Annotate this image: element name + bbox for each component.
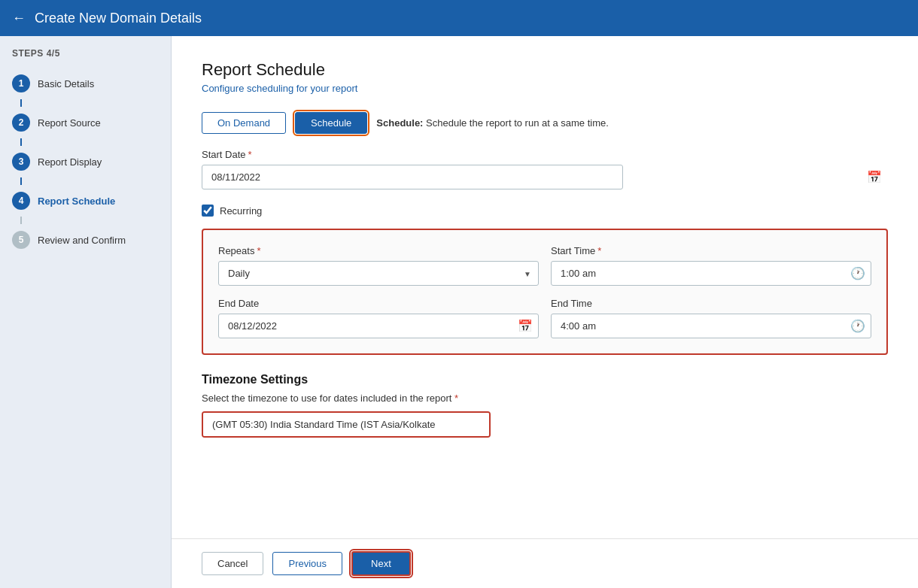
connector-2	[20, 138, 22, 146]
start-date-input[interactable]	[202, 165, 623, 189]
end-date-field: End Date 📅	[218, 298, 539, 338]
recurring-grid: Repeats * Daily Start Time	[218, 245, 871, 338]
end-date-input[interactable]	[218, 314, 539, 338]
recurring-label[interactable]: Recurring	[220, 205, 262, 217]
step-3-circle: 3	[12, 153, 30, 171]
timezone-subtitle: Select the timezone to use for dates inc…	[202, 393, 888, 404]
repeats-select[interactable]: Daily	[218, 261, 539, 286]
timezone-section: Timezone Settings Select the timezone to…	[202, 373, 888, 438]
timezone-input-wrapper	[202, 411, 491, 438]
recurring-settings-box: Repeats * Daily Start Time	[202, 229, 888, 355]
end-time-clock-icon[interactable]: 🕐	[850, 319, 865, 333]
previous-button[interactable]: Previous	[272, 552, 342, 575]
sidebar-item-review-confirm[interactable]: 5 Review and Confirm	[0, 224, 171, 256]
step-2-circle: 2	[12, 114, 30, 132]
repeats-label: Repeats *	[218, 245, 539, 256]
end-time-input-wrapper: 🕐	[551, 314, 871, 338]
timezone-required: *	[454, 393, 458, 404]
main-content: Report Schedule Configure scheduling for…	[172, 36, 918, 588]
end-date-calendar-icon[interactable]: 📅	[518, 319, 533, 333]
schedule-button[interactable]: Schedule	[295, 112, 367, 134]
connector-1	[20, 99, 22, 107]
start-date-calendar-icon[interactable]: 📅	[867, 170, 882, 184]
mode-description: Schedule: Schedule the report to run at …	[376, 117, 609, 129]
recurring-checkbox[interactable]	[202, 205, 214, 217]
footer-area: Cancel Previous Next	[172, 538, 918, 588]
start-time-input-wrapper: 🕐	[551, 261, 871, 286]
end-time-field: End Time 🕐	[551, 298, 871, 338]
step-1-circle: 1	[12, 74, 30, 92]
step-5-label: Review and Confirm	[38, 235, 126, 246]
step-5-circle: 5	[12, 231, 30, 249]
timezone-input[interactable]	[203, 413, 489, 436]
start-date-group: Start Date * 📅	[202, 149, 888, 189]
step-3-label: Report Display	[38, 156, 102, 168]
step-1-label: Basic Details	[38, 78, 94, 89]
step-4-label: Report Schedule	[38, 195, 115, 207]
recurring-row: Recurring	[202, 205, 888, 217]
connector-4	[20, 217, 22, 224]
page-subtitle: Configure scheduling for your report	[202, 83, 888, 94]
cancel-button[interactable]: Cancel	[202, 552, 263, 575]
app-header: ← Create New Domain Details	[0, 0, 918, 36]
end-time-label: End Time	[551, 298, 871, 309]
steps-label: STEPS 4/5	[0, 48, 171, 68]
start-time-input[interactable]	[551, 261, 871, 286]
start-date-required: *	[248, 149, 252, 160]
sidebar: STEPS 4/5 1 Basic Details 2 Report Sourc…	[0, 36, 172, 588]
repeats-field: Repeats * Daily	[218, 245, 539, 286]
repeats-required: *	[257, 245, 260, 256]
start-date-label: Start Date *	[202, 149, 888, 160]
start-time-required: *	[597, 245, 601, 256]
connector-3	[20, 177, 22, 185]
header-title: Create New Domain Details	[35, 11, 202, 26]
back-button[interactable]: ←	[12, 11, 26, 26]
start-date-input-wrapper: 📅	[202, 165, 888, 189]
content-area: Report Schedule Configure scheduling for…	[172, 36, 918, 538]
mode-buttons-row: On Demand Schedule Schedule: Schedule th…	[202, 112, 888, 134]
end-time-input[interactable]	[551, 314, 871, 338]
timezone-section-title: Timezone Settings	[202, 373, 888, 386]
start-time-label: Start Time *	[551, 245, 871, 256]
next-button[interactable]: Next	[351, 551, 411, 576]
step-2-label: Report Source	[38, 117, 101, 129]
start-time-clock-icon[interactable]: 🕐	[850, 266, 865, 280]
repeats-select-wrapper: Daily	[218, 261, 539, 286]
end-date-input-wrapper: 📅	[218, 314, 539, 338]
page-title: Report Schedule	[202, 60, 888, 80]
sidebar-item-basic-details[interactable]: 1 Basic Details	[0, 68, 171, 99]
sidebar-item-report-schedule[interactable]: 4 Report Schedule	[0, 185, 171, 217]
step-4-circle: 4	[12, 192, 30, 210]
start-time-field: Start Time * 🕐	[551, 245, 871, 286]
main-layout: STEPS 4/5 1 Basic Details 2 Report Sourc…	[0, 36, 918, 588]
sidebar-item-report-source[interactable]: 2 Report Source	[0, 107, 171, 138]
on-demand-button[interactable]: On Demand	[202, 112, 286, 134]
end-date-label: End Date	[218, 298, 539, 309]
sidebar-item-report-display[interactable]: 3 Report Display	[0, 146, 171, 177]
